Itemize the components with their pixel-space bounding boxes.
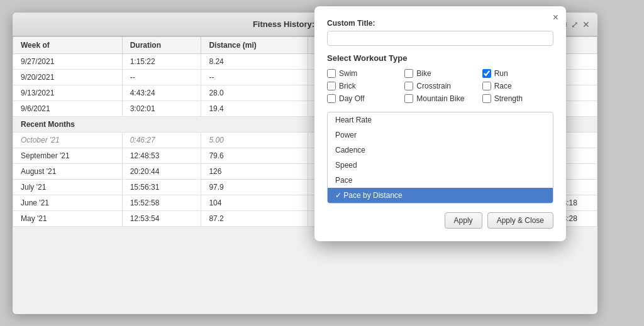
modal-action-buttons: Apply Apply & Close [327, 212, 553, 229]
dropdown-item-speed[interactable]: Speed [328, 158, 553, 173]
cell-duration: 15:52:58 [122, 195, 201, 211]
dropdown-item-cadence[interactable]: Cadence [328, 143, 553, 158]
brick-checkbox[interactable] [327, 82, 336, 90]
checkbox-bike[interactable]: Bike [404, 69, 475, 78]
custom-title-input[interactable] [327, 31, 553, 46]
cell-distance: 97.9 [201, 180, 308, 195]
cell-month: September '21 [13, 148, 123, 164]
race-checkbox[interactable] [482, 82, 491, 90]
cell-duration: 1:15:22 [122, 54, 201, 70]
checkbox-swim[interactable]: Swim [327, 69, 398, 78]
dropdown-item-heart-rate[interactable]: Heart Rate [328, 112, 553, 128]
settings-modal: × Custom Title: Select Workout Type Swim… [314, 6, 566, 241]
dropdown-item-pace[interactable]: Pace [328, 173, 553, 188]
checkbox-strength[interactable]: Strength [482, 94, 553, 103]
expand-icon[interactable]: ⤢ [571, 19, 579, 30]
cell-week: 9/20/2021 [13, 70, 123, 85]
cell-duration: 12:48:53 [122, 148, 201, 164]
cell-duration: 0:46:27 [122, 133, 201, 148]
checkbox-race[interactable]: Race [482, 82, 553, 90]
cell-duration: -- [122, 70, 201, 85]
cell-duration: 20:20:44 [122, 164, 201, 180]
run-checkbox[interactable] [482, 69, 491, 78]
cell-month: May '21 [13, 211, 123, 227]
mountain-bike-checkbox[interactable] [404, 94, 413, 103]
cell-distance: -- [201, 70, 308, 85]
workout-type-section-label: Select Workout Type [327, 53, 553, 63]
cell-duration: 4:43:24 [122, 85, 201, 101]
checkbox-brick[interactable]: Brick [327, 82, 398, 90]
day-off-checkbox[interactable] [327, 94, 336, 103]
modal-close-button[interactable]: × [553, 13, 558, 23]
cell-distance: 87.2 [201, 211, 308, 227]
cell-week: 9/13/2021 [13, 85, 123, 101]
metric-dropdown-list: Heart Rate Power Cadence Speed Pace Pace… [327, 112, 553, 204]
cell-duration: 15:56:31 [122, 180, 201, 195]
cell-month: August '21 [13, 164, 123, 180]
checkbox-crosstrain[interactable]: Crosstrain [404, 82, 475, 90]
cell-distance: 19.4 [201, 101, 308, 117]
close-icon[interactable]: ✕ [582, 19, 590, 30]
checkbox-run[interactable]: Run [482, 69, 553, 78]
workout-type-checkboxes: Swim Bike Run Brick Crosstrain Race Day … [327, 69, 553, 103]
cell-month: June '21 [13, 195, 123, 211]
crosstrain-checkbox[interactable] [404, 82, 413, 90]
custom-title-label: Custom Title: [327, 19, 553, 28]
col-header-distance: Distance (mi) [201, 37, 308, 54]
cell-distance: 126 [201, 164, 308, 180]
cell-distance: 104 [201, 195, 308, 211]
dropdown-item-pace-by-distance[interactable]: Pace by Distance [328, 188, 553, 203]
col-header-week: Week of [13, 37, 123, 54]
window-controls: ≡ ⤢ ✕ [562, 19, 590, 30]
checkbox-mountain-bike[interactable]: Mountain Bike [404, 94, 475, 103]
swim-checkbox[interactable] [327, 69, 336, 78]
col-header-duration: Duration [122, 37, 201, 54]
strength-checkbox[interactable] [482, 94, 491, 103]
cell-week: 9/27/2021 [13, 54, 123, 70]
cell-week: 9/6/2021 [13, 101, 123, 117]
dropdown-item-power[interactable]: Power [328, 128, 553, 143]
cell-month: October '21 [13, 133, 123, 148]
cell-distance: 8.24 [201, 54, 308, 70]
cell-distance: 5.00 [201, 133, 308, 148]
cell-distance: 28.0 [201, 85, 308, 101]
checkbox-day-off[interactable]: Day Off [327, 94, 398, 103]
cell-distance: 79.6 [201, 148, 308, 164]
apply-button[interactable]: Apply [445, 212, 482, 229]
apply-close-button[interactable]: Apply & Close [487, 212, 553, 229]
cell-duration: 12:53:54 [122, 211, 201, 227]
cell-month: July '21 [13, 180, 123, 195]
cell-duration: 3:02:01 [122, 101, 201, 117]
bike-checkbox[interactable] [404, 69, 413, 78]
